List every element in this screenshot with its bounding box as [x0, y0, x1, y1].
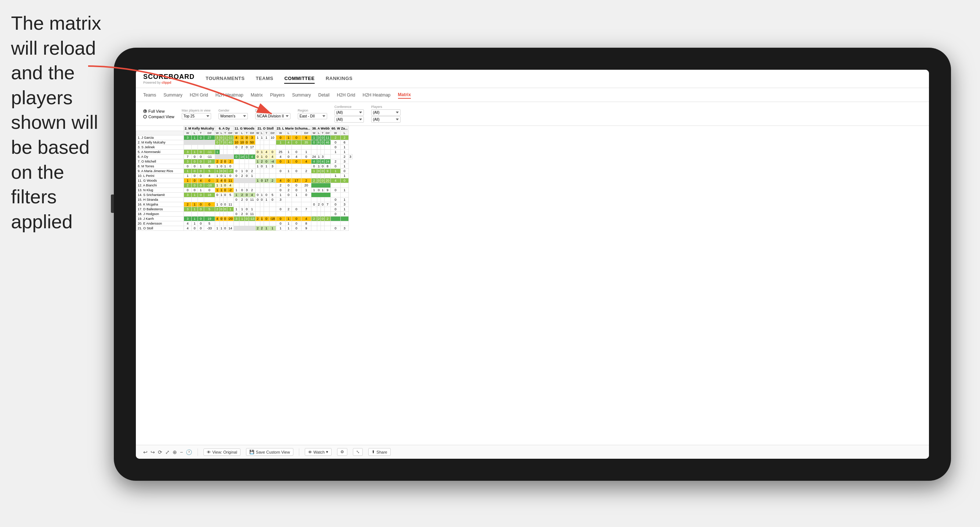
- view-original-button[interactable]: 👁 View: Original: [204, 448, 240, 456]
- watch-icon: 👁: [308, 450, 312, 454]
- sub-l7: L: [340, 131, 348, 135]
- table-row: 6. A Dy 7 0 0 -11 0 14 1 4 0 1: [136, 154, 353, 159]
- player-name-20: 20. E Andersson: [136, 221, 184, 226]
- watch-chevron: ▾: [326, 449, 328, 454]
- players-select1[interactable]: (All): [371, 110, 401, 116]
- table-row: 9. A Maria Jimenez Rios 1 0 0 5 1 0 0 -7…: [136, 169, 353, 174]
- table-row: 21. O Stoll 4 0 0 -33 1 1 0 14 2 2: [136, 226, 353, 231]
- table-row: 17. D Ballesteros 3 1 0 5 2 0 0 1 1 1 0: [136, 207, 353, 212]
- conference-select1[interactable]: (All): [334, 110, 364, 116]
- filter-conference: Conference (All) (All): [334, 105, 364, 122]
- players-select2[interactable]: (All): [371, 116, 401, 122]
- player-name-11: 11. G Woods: [136, 178, 184, 183]
- player-name-8: 8. M Torres: [136, 164, 184, 169]
- player-name-15: 15. H Stranda: [136, 197, 184, 202]
- sub-nav-h2hheatmap2[interactable]: H2H Heatmap: [363, 92, 390, 98]
- watch-label: Watch: [313, 450, 325, 454]
- player-name-21: 21. O Stoll: [136, 226, 184, 231]
- player-name-7: 7. O Mitchell: [136, 159, 184, 164]
- sub-nav-h2hgrid2[interactable]: H2H Grid: [337, 92, 355, 98]
- table-row: 7. O Mitchell 3 0 0 18 2 2 0 2: [136, 159, 353, 164]
- expand-button[interactable]: ⤡: [353, 448, 363, 456]
- arrow-indicator: [70, 55, 327, 147]
- player-name-14: 14. S Srichantamit: [136, 193, 184, 197]
- table-row: 14. S Srichantamit 3 1 0 18 0 1 0 5 1 2 …: [136, 193, 353, 197]
- view-original-label: View: Original: [212, 450, 237, 454]
- player-name-6: 6. A Dy: [136, 154, 184, 159]
- table-row: 12. A Bianchi 2 0 0 -18 1 1 0 4: [136, 183, 353, 188]
- sub-w7: W: [331, 131, 340, 135]
- table-row: 10. L Perini 1 0 0 4 1 0 1 0 0 2 0: [136, 174, 353, 178]
- player-name-19: 19. J Karrh: [136, 216, 184, 221]
- table-row: 18. J Hodgson 0 2 0 11: [136, 212, 353, 216]
- settings-icon: ⚙: [340, 449, 344, 454]
- save-icon: 💾: [249, 449, 255, 454]
- player-name-13: 13. N Klug: [136, 188, 184, 193]
- table-row: 13. N Klug 0 0 1 0 1 1 0 -2 1 0 3: [136, 188, 353, 193]
- player-name-5: 5. A Nomrowski: [136, 150, 184, 154]
- share-icon: ⬆: [372, 449, 375, 454]
- share-label: Share: [376, 450, 387, 454]
- clock-icon[interactable]: 🕐: [186, 449, 192, 455]
- save-custom-button[interactable]: 💾 Save Custom View: [246, 448, 293, 456]
- player-name-9: 9. A Maria Jimenez Rios: [136, 169, 184, 174]
- view-original-icon: 👁: [207, 450, 211, 454]
- table-row: 11. G Woods 1 0 4 0 1 4 0 11 1 0: [136, 178, 353, 183]
- redo-icon[interactable]: ↪: [151, 449, 155, 455]
- col-header-7: 60. W Za...: [331, 126, 348, 131]
- table-row: 8. M Torres 0 0 1 0 1 0 1 0: [136, 164, 353, 169]
- filter-players: Players (All) (All): [371, 105, 401, 122]
- toolbar-separator-2: [299, 448, 299, 456]
- watch-button[interactable]: 👁 Watch ▾: [305, 448, 332, 456]
- conference-select2[interactable]: (All): [334, 116, 364, 122]
- player-name-12: 12. A Bianchi: [136, 183, 184, 188]
- player-name-10: 10. L Perini: [136, 174, 184, 178]
- player-name-16: 16. K Mcgaha: [136, 202, 184, 207]
- table-row: 15. H Stranda 0 2 0 11: [136, 197, 353, 202]
- player-name-18: 18. J Hodgson: [136, 212, 184, 216]
- share-button[interactable]: ⬆ Share: [368, 448, 390, 456]
- bottom-toolbar: ↩ ↪ ⟳ ⤢ ⊕ − 🕐 👁 View: Original 💾 Save Cu…: [136, 445, 929, 459]
- refresh-icon[interactable]: ⟳: [158, 449, 162, 455]
- nav-rankings[interactable]: RANKINGS: [326, 74, 353, 84]
- player-name-17: 17. D Ballesteros: [136, 207, 184, 212]
- zoom-in-icon[interactable]: ⊕: [173, 449, 177, 455]
- table-row: 19. J Karrh 3 1 0 19 4 0 0 -20 3 1 0: [136, 216, 353, 221]
- settings-button[interactable]: ⚙: [337, 448, 347, 456]
- sub-nav-matrix2[interactable]: Matrix: [398, 91, 411, 99]
- undo-redo-group: ↩ ↪ ⟳ ⤢ ⊕ − 🕐: [143, 449, 192, 455]
- minus-icon[interactable]: −: [180, 449, 183, 455]
- save-custom-label: Save Custom View: [256, 450, 290, 454]
- undo-icon[interactable]: ↩: [143, 449, 148, 455]
- table-row: 16. K Mcgaha 2 1 0 0 1 0 0 11: [136, 202, 353, 207]
- toolbar-separator-1: [197, 448, 198, 456]
- zoom-fit-icon[interactable]: ⤢: [165, 449, 170, 455]
- matrix-container[interactable]: 2. M Kelly Mulcahy 6. A Dy 11. G Woods 2…: [136, 126, 929, 445]
- table-row: 5. A Nomrowski 3 1 0 -11 1: [136, 150, 353, 154]
- expand-icon: ⤡: [356, 449, 360, 454]
- table-row: 20. E Andersson 4 1 0 5: [136, 221, 353, 226]
- main-content: 2. M Kelly Mulcahy 6. A Dy 11. G Woods 2…: [136, 126, 929, 445]
